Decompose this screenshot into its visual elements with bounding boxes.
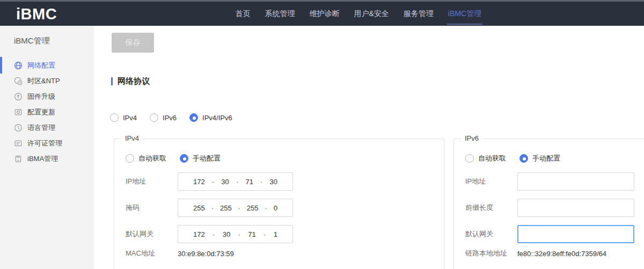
ipv6-ip-input[interactable] xyxy=(517,172,634,191)
ibmc-app-window: iBMC 首页 系统管理 维护诊断 用户&安全 服务管理 iBMC管理 iBMC… xyxy=(0,0,644,269)
sidebar-item-label: 时区&NTP xyxy=(27,76,60,86)
radio-label: 自动获取 xyxy=(138,154,166,163)
field-label: 链路本地地址 xyxy=(465,249,517,258)
section-accent-bar xyxy=(111,77,113,85)
nav-item-home[interactable]: 首页 xyxy=(235,2,250,26)
protocol-radio-group: IPv4 IPv6 IPv4/IPv6 xyxy=(110,113,232,122)
radio-label: 手动配置 xyxy=(532,154,560,163)
config-update-icon xyxy=(14,108,23,117)
ipv6-radio-auto[interactable]: 自动获取 xyxy=(465,154,506,163)
ipv6-mode-radio-group: 自动获取 手动配置 xyxy=(465,154,560,163)
ipv4-radio-auto[interactable]: 自动获取 xyxy=(126,154,166,163)
octet-separator: · xyxy=(265,204,267,212)
ipv4-radio-manual[interactable]: 手动配置 xyxy=(180,154,221,163)
active-item-indicator xyxy=(0,57,2,74)
octet-separator: · xyxy=(212,178,214,186)
radio-label: 自动获取 xyxy=(478,154,506,163)
ip-octet: 255 xyxy=(220,204,232,212)
ipv4-mask-row: 掩码 255 · 255 · 255 · 0 xyxy=(126,199,293,217)
octet-separator: · xyxy=(211,204,214,212)
ipv4-mode-radio-group: 自动获取 手动配置 xyxy=(126,154,221,163)
nav-item-label: iBMC管理 xyxy=(448,9,481,19)
ipv4-ip-input[interactable]: 172 · 30 · 71 · 30 xyxy=(178,172,293,191)
octet-separator: · xyxy=(236,178,238,186)
timezone-clock-icon xyxy=(14,77,23,85)
save-button[interactable]: 保存 xyxy=(112,33,154,53)
sidebar-item-firmware-upgrade[interactable]: 固件升级 xyxy=(0,89,94,104)
octet-separator: · xyxy=(260,178,262,186)
octet-separator: · xyxy=(238,230,240,238)
ip-octet: 0 xyxy=(274,204,277,212)
octet-separator: · xyxy=(264,230,266,238)
top-navbar: iBMC 首页 系统管理 维护诊断 用户&安全 服务管理 iBMC管理 xyxy=(0,0,644,26)
license-card-icon xyxy=(14,139,23,148)
ipv6-prefix-row: 前缀长度 xyxy=(465,199,634,217)
field-label: 前缀长度 xyxy=(465,203,517,213)
radio-label: IPv6 xyxy=(163,114,177,122)
radio-circle-icon xyxy=(465,154,474,163)
radio-circle-icon xyxy=(519,154,528,163)
sidebar-item-label: 固件升级 xyxy=(27,92,55,101)
radio-ipv4-ipv6[interactable]: IPv4/IPv6 xyxy=(189,113,232,122)
ipv6-panel-legend: IPv6 xyxy=(461,134,482,142)
nav-item-ibmc-management[interactable]: iBMC管理 xyxy=(448,2,481,26)
section-header: 网络协议 xyxy=(111,76,150,86)
nav-item-maintenance-diagnostics[interactable]: 维护诊断 xyxy=(309,2,339,26)
ipv4-panel-legend: IPv4 xyxy=(121,134,143,142)
radio-circle-icon xyxy=(110,113,119,122)
nav-item-system-management[interactable]: 系统管理 xyxy=(265,2,295,26)
sidebar-item-ibma-management[interactable]: iBMA管理 xyxy=(0,151,94,166)
sidebar-item-network-config[interactable]: 网络配置 xyxy=(0,57,94,73)
sidebar-item-label: iBMA管理 xyxy=(27,154,58,164)
app-logo[interactable]: iBMC xyxy=(16,3,57,26)
ip-octet: 172 xyxy=(193,230,205,238)
sidebar-item-config-update[interactable]: 配置更新 xyxy=(0,104,94,120)
package-box-icon xyxy=(14,155,23,163)
nav-item-service-management[interactable]: 服务管理 xyxy=(404,2,434,26)
ipv6-ip-row: IP地址 xyxy=(465,172,634,191)
radio-ipv6[interactable]: IPv6 xyxy=(150,113,177,122)
radio-circle-icon xyxy=(150,113,158,122)
sidebar-item-license-management[interactable]: 许可证管理 xyxy=(0,135,94,151)
radio-label: 手动配置 xyxy=(193,154,221,163)
ipv6-panel: IPv6 自动获取 手动配置 IP地址 前缀长度 xyxy=(453,139,644,269)
ipv6-radio-manual[interactable]: 手动配置 xyxy=(519,154,560,163)
radio-ipv4[interactable]: IPv4 xyxy=(110,113,137,122)
ipv4-ip-row: IP地址 172 · 30 · 71 · 30 xyxy=(126,172,293,191)
octet-separator: · xyxy=(213,230,215,238)
sidebar-title: iBMC管理 xyxy=(0,26,94,46)
ipv6-gateway-row: 默认网关 xyxy=(465,225,634,243)
field-label: 掩码 xyxy=(126,203,178,213)
nav-item-user-security[interactable]: 用户&安全 xyxy=(354,2,389,26)
ipv4-gateway-row: 默认网关 172 · 30 · 71 · 1 xyxy=(126,225,293,243)
sidebar-item-label: 网络配置 xyxy=(27,61,55,70)
sidebar-item-language-management[interactable]: 语言管理 xyxy=(0,120,94,135)
ipv6-link-local-row: 链路本地地址 fe80::32e9:8eff:fe0d:7359/64 xyxy=(465,249,606,258)
field-label: IP地址 xyxy=(465,177,517,186)
ip-octet: 30 xyxy=(223,230,230,238)
radio-label: IPv4/IPv6 xyxy=(202,114,232,122)
ipv4-mac-row: MAC地址 30:e9:8e:0d:73:59 xyxy=(126,249,234,258)
sidebar-menu: 网络配置 时区&NTP 固件升级 xyxy=(0,57,94,166)
radio-circle-icon xyxy=(189,113,198,122)
link-local-address-value: fe80::32e9:8eff:fe0d:7359/64 xyxy=(517,250,606,258)
ip-octet: 71 xyxy=(245,178,253,186)
field-label: MAC地址 xyxy=(126,249,178,258)
radio-label: IPv4 xyxy=(123,114,137,122)
ipv4-mask-input[interactable]: 255 · 255 · 255 · 0 xyxy=(178,199,293,217)
ipv6-prefix-length-input[interactable] xyxy=(517,199,634,217)
radio-circle-icon xyxy=(180,154,188,163)
ipv4-gateway-input[interactable]: 172 · 30 · 71 · 1 xyxy=(178,225,293,243)
ip-octet: 1 xyxy=(274,230,277,238)
field-label: 默认网关 xyxy=(126,229,178,239)
main-content: 保存 网络协议 IPv4 IPv6 IPv4/IPv6 IPv4 xyxy=(94,26,644,269)
protocol-panels: IPv4 自动获取 手动配置 IP地址 172 · xyxy=(114,139,644,269)
main-nav: 首页 系统管理 维护诊断 用户&安全 服务管理 iBMC管理 xyxy=(235,2,481,26)
sidebar-item-timezone-ntp[interactable]: 时区&NTP xyxy=(0,73,94,89)
ip-octet: 255 xyxy=(193,204,205,212)
ipv6-gateway-input[interactable] xyxy=(517,225,634,243)
sidebar-item-label: 语言管理 xyxy=(27,123,55,133)
ip-octet: 172 xyxy=(193,178,205,186)
octet-separator: · xyxy=(238,204,240,212)
active-tab-underline xyxy=(447,24,482,25)
